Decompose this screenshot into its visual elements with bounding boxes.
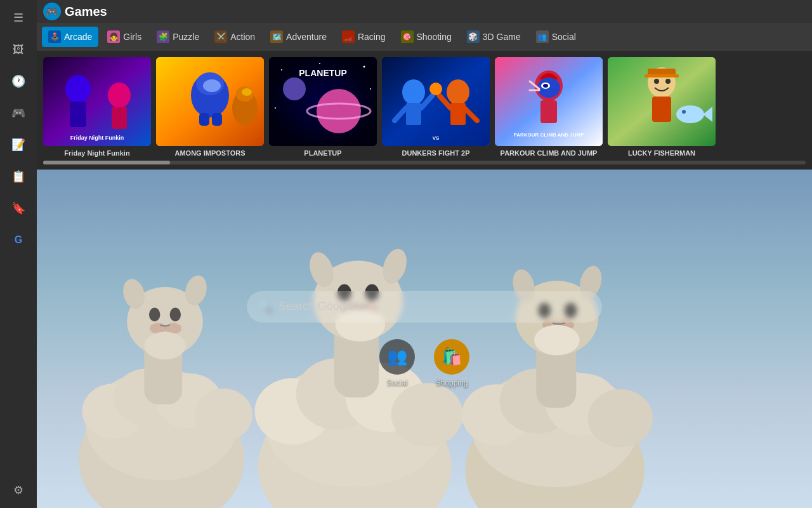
tab-3dgame-label: 3D Game bbox=[483, 32, 521, 42]
search-input[interactable] bbox=[247, 291, 602, 323]
svg-point-26 bbox=[402, 79, 425, 105]
svg-point-48 bbox=[665, 79, 671, 84]
sidebar-item-notes[interactable]: 📝 bbox=[8, 135, 29, 155]
sidebar-item-image[interactable]: 🖼 bbox=[8, 39, 29, 60]
svg-rect-41 bbox=[540, 100, 557, 123]
tab-puzzle-label: Puzzle bbox=[173, 32, 199, 42]
svg-rect-49 bbox=[652, 97, 671, 122]
svg-point-23 bbox=[283, 77, 306, 100]
tab-adventure-label: Adventure bbox=[286, 32, 327, 42]
svg-point-40 bbox=[543, 84, 548, 88]
svg-point-30 bbox=[447, 79, 469, 105]
svg-text:Friday Night Funkin: Friday Night Funkin bbox=[70, 135, 124, 141]
scroll-track bbox=[43, 161, 806, 164]
game-title-planet: PLANETUP bbox=[269, 149, 377, 157]
newtab-background: 🔍 👥 Social 🛍️ Shopping bbox=[37, 170, 812, 508]
svg-point-17 bbox=[363, 66, 365, 68]
tab-3dgame[interactable]: 🎲 3D Game bbox=[461, 27, 527, 47]
action-icon: ⚔️ bbox=[214, 30, 227, 43]
tab-arcade-label: Arcade bbox=[64, 32, 92, 42]
games-gallery: Friday Night Funkin Friday Night Funkin bbox=[37, 51, 812, 161]
game-card-fisherman[interactable]: LUCKY FISHERMAN bbox=[608, 57, 716, 157]
tab-puzzle[interactable]: 🧩 Puzzle bbox=[150, 27, 206, 47]
game-card-fnf[interactable]: Friday Night Funkin Friday Night Funkin bbox=[43, 57, 151, 157]
svg-rect-2 bbox=[70, 102, 86, 127]
game-title-parkour: PARKOUR CLIMB AND JUMP bbox=[495, 149, 603, 157]
svg-point-19 bbox=[370, 88, 371, 90]
tab-girls[interactable]: 👧 Girls bbox=[101, 27, 148, 47]
svg-point-21 bbox=[317, 89, 361, 133]
tab-arcade[interactable]: 🕹️ Arcade bbox=[42, 27, 98, 47]
svg-point-47 bbox=[654, 79, 659, 84]
shortcuts-container: 👥 Social 🛍️ Shopping bbox=[379, 339, 469, 387]
sidebar-item-bookmark[interactable]: 🔖 bbox=[8, 198, 29, 218]
social-tab-icon: 👥 bbox=[536, 30, 549, 43]
category-tabs: 🕹️ Arcade 👧 Girls 🧩 Puzzle ⚔️ Action 🗺️ … bbox=[37, 23, 812, 51]
shortcut-social-label: Social bbox=[387, 378, 408, 387]
search-container: 🔍 👥 Social 🛍️ Shopping bbox=[247, 291, 602, 387]
game-thumb-dunkers: VS bbox=[382, 57, 490, 146]
shortcut-social[interactable]: 👥 Social bbox=[379, 339, 415, 387]
svg-point-77 bbox=[391, 383, 463, 446]
shopping-shortcut-icon: 🛍️ bbox=[434, 339, 469, 375]
svg-point-16 bbox=[281, 69, 282, 70]
svg-point-20 bbox=[275, 107, 276, 109]
adventure-icon: 🗺️ bbox=[270, 30, 283, 43]
svg-rect-11 bbox=[212, 113, 222, 126]
shortcut-shopping[interactable]: 🛍️ Shopping bbox=[434, 339, 469, 387]
sidebar-item-list[interactable]: 📋 bbox=[8, 166, 29, 187]
girls-icon: 👧 bbox=[107, 30, 120, 43]
shooting-icon: 🎯 bbox=[401, 30, 414, 43]
svg-point-50 bbox=[676, 105, 704, 123]
svg-point-1 bbox=[65, 75, 91, 103]
tab-shooting[interactable]: 🎯 Shooting bbox=[395, 27, 458, 47]
svg-point-67 bbox=[144, 332, 185, 360]
game-card-planet[interactable]: PLANETUP PLANETUP bbox=[269, 57, 377, 157]
game-thumb-among bbox=[156, 57, 264, 146]
games-logo-icon: 🎮 bbox=[43, 3, 61, 20]
game-title-fnf: Friday Night Funkin bbox=[43, 149, 151, 157]
tab-action[interactable]: ⚔️ Action bbox=[208, 27, 261, 47]
game-title-dunkers: DUNKERS FIGHT 2P bbox=[382, 149, 490, 157]
game-title-among: AMONG IMPOSTORS bbox=[156, 149, 264, 157]
scroll-thumb[interactable] bbox=[43, 161, 170, 164]
tab-social-label: Social bbox=[552, 32, 576, 42]
sidebar-item-google[interactable]: G bbox=[8, 230, 29, 250]
svg-point-61 bbox=[149, 308, 160, 322]
svg-text:VS: VS bbox=[433, 135, 440, 141]
svg-point-14 bbox=[242, 88, 252, 96]
game-title-fisherman: LUCKY FISHERMAN bbox=[608, 149, 716, 157]
svg-point-18 bbox=[319, 63, 320, 64]
tab-racing-label: Racing bbox=[358, 32, 386, 42]
game-thumb-parkour: PARKOUR CLIMB AND JUMP bbox=[495, 57, 603, 146]
svg-rect-10 bbox=[199, 113, 209, 126]
svg-rect-4 bbox=[112, 107, 127, 129]
background-image: 🔍 👥 Social 🛍️ Shopping bbox=[37, 170, 812, 508]
tab-adventure[interactable]: 🗺️ Adventure bbox=[264, 27, 333, 47]
svg-text:PARKOUR CLIMB AND JUMP: PARKOUR CLIMB AND JUMP bbox=[513, 132, 584, 138]
tab-girls-label: Girls bbox=[123, 32, 141, 42]
sidebar-item-menu[interactable]: ☰ bbox=[8, 8, 29, 28]
gallery-scrollbar bbox=[37, 161, 812, 170]
games-logo: 🎮 Games bbox=[43, 3, 107, 20]
tab-shooting-label: Shooting bbox=[417, 32, 452, 42]
tab-racing[interactable]: 🏎️ Racing bbox=[336, 27, 392, 47]
game-thumb-fisherman bbox=[608, 57, 716, 146]
racing-icon: 🏎️ bbox=[342, 30, 355, 43]
game-card-parkour[interactable]: PARKOUR CLIMB AND JUMP PARKOUR CLIMB AND… bbox=[495, 57, 603, 157]
game-card-dunkers[interactable]: VS DUNKERS FIGHT 2P bbox=[382, 57, 490, 157]
svg-rect-46 bbox=[645, 74, 679, 77]
svg-rect-25 bbox=[382, 57, 490, 146]
tab-social[interactable]: 👥 Social bbox=[530, 27, 582, 47]
main-content: 🎮 Games 🕹️ Arcade 👧 Girls 🧩 Puzzle ⚔️ Ac… bbox=[37, 0, 812, 508]
games-title: Games bbox=[65, 4, 107, 19]
shortcut-shopping-label: Shopping bbox=[436, 378, 468, 387]
svg-rect-0 bbox=[43, 57, 151, 146]
arcade-icon: 🕹️ bbox=[48, 30, 61, 43]
sidebar-item-games[interactable]: 🎮 bbox=[8, 103, 29, 123]
svg-point-62 bbox=[170, 308, 181, 322]
sidebar-item-history[interactable]: 🕐 bbox=[8, 71, 29, 91]
game-thumb-planet: PLANETUP bbox=[269, 57, 377, 146]
game-card-among[interactable]: AMONG IMPOSTORS bbox=[156, 57, 264, 157]
sidebar-item-settings[interactable]: ⚙ bbox=[8, 480, 29, 500]
